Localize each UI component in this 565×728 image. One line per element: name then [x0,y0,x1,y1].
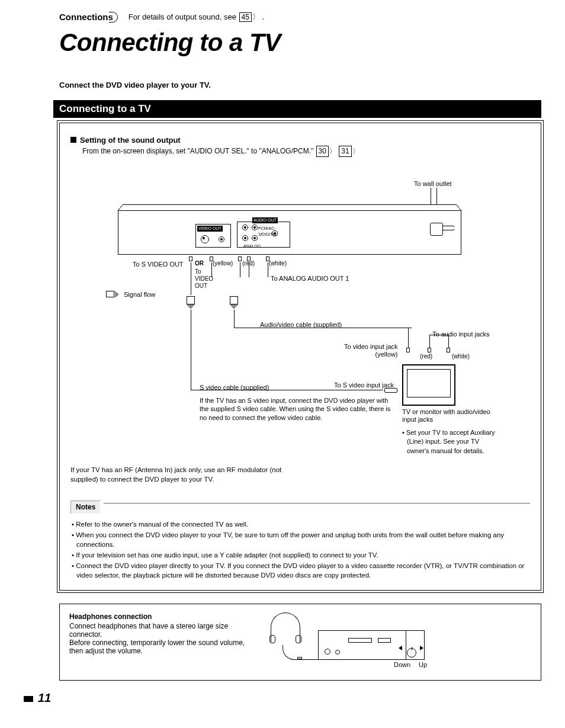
category-label: Connections [59,12,117,22]
wall-outlet-label: To wall outlet [414,179,452,188]
setting-body: From the on-screen displays, set "AUDIO … [82,146,530,157]
to-audio-jacks-label: To audio input jacks [432,330,490,339]
to-video-jack-label: To video input jack (yellow) [344,343,398,358]
headphones-body1: Connect headphones that have a stereo la… [69,622,247,639]
svideo-plug [189,256,192,261]
video-jack [219,236,224,242]
dvd-player-rear: VIDEO OUT AUDIO OUT PCM/AC-3/DIGITAL ANA… [118,210,461,255]
s-video-jack [201,235,209,243]
flow-arrow-down [230,296,238,304]
tv-monitor [402,364,455,406]
headphones-box: Headphones connection Connect headphones… [59,604,541,681]
flow-arrow-down [187,296,195,304]
to-analog-audio-label: To ANALOG AUDIO OUT 1 [271,274,349,283]
svideo-out-label: To S VIDEO OUT [133,260,184,269]
connection-diagram: To wall outlet VIDEO OUT AUDIO OUT PCM/A… [70,175,530,453]
signal-flow-label: Signal flow [124,290,155,299]
headphones-diagram: Down Up [265,612,531,672]
section-heading: Connecting to a TV [53,100,541,118]
header-row: Connections For details of output sound,… [59,12,541,23]
main-diagram-box: Setting of the sound output From the on-… [59,123,541,591]
tv-caption: TV or monitor with audio/video input jac… [402,408,497,424]
signal-flow-arrow [106,291,114,297]
setting-heading: Setting of the sound output [70,135,530,146]
headphones-title: Headphones connection [69,612,247,621]
s-cable-label: S video cable (supplied) [200,383,269,392]
note-item: When you connect the DVD video player to… [70,530,530,549]
category-label-wrap: Connections [59,12,117,23]
page-number: 11 [24,691,541,705]
volume-knob-icon [407,648,416,658]
page-title: Connecting to a TV [59,28,541,57]
note-item: If your television set has one audio inp… [70,550,530,560]
note-item: Connect the DVD video player directly to… [70,561,530,580]
headphones-body2: Before connecting, temporarily lower the… [69,639,247,655]
to-video-out-label: To VIDEO OUT [195,268,213,290]
s-video-instruction: If the TV has an S video input, connect … [200,396,395,422]
notes-heading: Notes [70,501,100,514]
down-label: Down [394,661,410,668]
intro-text: Connect the DVD video player to your TV. [59,81,541,89]
video-in-plug [406,348,410,352]
detail-text: For details of output sound, see 45〉 . [129,12,264,23]
rf-modulator-note: If your TV has an RF (Antenna In) jack o… [70,465,284,484]
s-plug-tv [384,388,397,393]
tv-setup-note: Set your TV to accept Auxiliary (Line) i… [402,428,503,456]
dvd-player-top [118,204,461,210]
note-item: Refer to the owner's manual of the conne… [70,519,530,529]
page-ref-45: 45 [239,12,252,22]
up-label: Up [419,661,427,668]
or-label: OR [195,259,204,268]
notes-list: Refer to the owner's manual of the conne… [70,519,530,581]
av-cable-label: Audio/video cable (supplied) [260,320,342,329]
power-cord-exit [430,223,443,236]
